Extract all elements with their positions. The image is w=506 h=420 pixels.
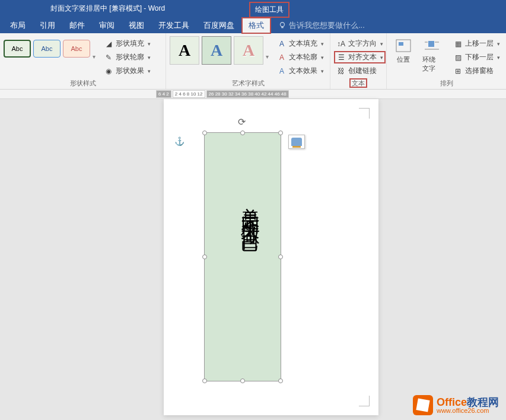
resize-handle[interactable]	[240, 378, 245, 383]
send-backward-icon: ▨	[453, 53, 463, 62]
align-text-button[interactable]: ☰对齐文本▾	[334, 51, 386, 63]
position-icon	[394, 37, 413, 54]
document-title: 封面文字竖排居中 [兼容模式] - Word	[50, 4, 165, 14]
group-label-text: 文本	[334, 78, 383, 89]
svg-point-0	[281, 22, 285, 26]
tab-mailings[interactable]: 邮件	[62, 17, 92, 34]
text-direction-button[interactable]: ↕A文字方向▾	[334, 37, 386, 50]
crop-mark-icon	[359, 108, 370, 119]
ruler-mid: 2 4 6 8 10 12	[173, 90, 205, 98]
ruler-left: 6 4 2	[156, 90, 171, 98]
watermark: Office教程网 www.office26.com	[413, 395, 499, 415]
position-button[interactable]: 位置	[390, 35, 416, 66]
shape-style-3[interactable]: Abc	[63, 40, 90, 58]
send-backward-button[interactable]: ▨下移一层▾	[451, 51, 502, 63]
textbox-content[interactable]: 美是回来做自己	[237, 192, 263, 225]
group-label-arrange: 排列	[390, 78, 502, 89]
text-fill-icon: A	[277, 39, 287, 49]
document-page[interactable]: ⚓ ⟳ 美是回来做自己	[164, 99, 378, 415]
create-link-button[interactable]: ⛓创建链接	[334, 65, 386, 77]
effects-icon: ◉	[104, 66, 113, 76]
resize-handle[interactable]	[278, 378, 283, 383]
selection-pane-icon: ⊞	[453, 66, 463, 76]
tell-me-search[interactable]: 告诉我您想要做什么...	[278, 20, 365, 31]
drawing-tools-context: 绘图工具	[249, 2, 289, 18]
resize-handle[interactable]	[240, 131, 245, 135]
tab-developer[interactable]: 开发工具	[151, 17, 196, 34]
svg-rect-1	[281, 26, 284, 28]
wrap-icon	[422, 37, 441, 54]
wordart-style-3[interactable]: A	[234, 36, 263, 65]
align-text-icon: ☰	[336, 53, 346, 62]
title-bar: 封面文字竖排居中 [兼容模式] - Word 绘图工具	[0, 0, 506, 17]
tab-format[interactable]: 格式	[241, 17, 271, 34]
layout-options-button[interactable]	[288, 135, 305, 149]
text-outline-icon: A	[277, 53, 287, 62]
text-effects-button[interactable]: A文本效果▾	[275, 65, 326, 77]
wrap-text-button[interactable]: 环绕文字	[419, 35, 445, 75]
resize-handle[interactable]	[202, 254, 207, 259]
ruler-right: 26 28 30 32 34 36 38 40 42 44 46 48	[206, 90, 289, 98]
group-text: ↕A文字方向▾ ☰对齐文本▾ ⛓创建链接 文本	[330, 33, 387, 89]
svg-rect-3	[399, 42, 403, 46]
group-arrange: 位置 环绕文字 ▦上移一层▾ ▨下移一层▾ ⊞选择窗格 排列	[387, 33, 506, 89]
text-direction-icon: ↕A	[336, 39, 346, 49]
wordart-style-2[interactable]: A	[202, 36, 231, 65]
tab-review[interactable]: 审阅	[92, 17, 122, 34]
bring-forward-button[interactable]: ▦上移一层▾	[451, 37, 502, 50]
watermark-url: www.office26.com	[437, 408, 499, 414]
crop-mark-icon	[359, 396, 370, 406]
text-fill-button[interactable]: A文本填充▾	[275, 37, 326, 50]
shape-style-1[interactable]: Abc	[4, 40, 31, 58]
text-box-shape[interactable]: ⟳ 美是回来做自己	[204, 132, 281, 381]
shape-style-2[interactable]: Abc	[33, 40, 61, 58]
resize-handle[interactable]	[202, 131, 207, 135]
group-label-wordart: 艺术字样式	[170, 78, 326, 89]
shape-effects-button[interactable]: ◉形状效果▾	[101, 65, 153, 77]
horizontal-ruler[interactable]: 6 4 2 2 4 6 8 10 12 26 28 30 32 34 36 38…	[0, 90, 506, 99]
ribbon: Abc Abc Abc ▾ ◢形状填充▾ ✎形状轮廓▾ ◉形状效果▾ 形状样式 …	[0, 33, 506, 90]
anchor-icon[interactable]: ⚓	[174, 136, 184, 146]
tab-baidu[interactable]: 百度网盘	[196, 17, 241, 34]
group-shape-styles: Abc Abc Abc ▾ ◢形状填充▾ ✎形状轮廓▾ ◉形状效果▾ 形状样式	[0, 33, 166, 89]
shape-fill-button[interactable]: ◢形状填充▾	[101, 37, 153, 50]
resize-handle[interactable]	[278, 131, 283, 135]
text-outline-button[interactable]: A文本轮廓▾	[275, 51, 326, 63]
watermark-logo-icon	[413, 395, 433, 415]
bring-forward-icon: ▦	[453, 39, 463, 49]
tab-references[interactable]: 引用	[33, 17, 62, 34]
paint-bucket-icon: ◢	[104, 39, 113, 49]
shape-outline-button[interactable]: ✎形状轮廓▾	[101, 51, 153, 63]
layout-options-icon	[291, 138, 302, 146]
gallery-more-icon[interactable]: ▾	[266, 53, 269, 60]
link-icon: ⛓	[336, 66, 346, 76]
selection-pane-button[interactable]: ⊞选择窗格	[451, 65, 502, 77]
gallery-more-icon[interactable]: ▾	[93, 53, 96, 60]
watermark-brand: Office教程网	[437, 397, 499, 408]
group-label-shape-styles: 形状样式	[4, 78, 162, 89]
ribbon-tabs: 布局 引用 邮件 审阅 视图 开发工具 百度网盘 格式 告诉我您想要做什么...	[0, 17, 506, 33]
rotate-handle-icon[interactable]: ⟳	[238, 116, 247, 126]
svg-rect-4	[428, 41, 434, 47]
tab-layout[interactable]: 布局	[3, 17, 33, 34]
wordart-style-1[interactable]: A	[170, 36, 199, 65]
tell-me-placeholder: 告诉我您想要做什么...	[289, 20, 365, 31]
lightbulb-icon	[278, 21, 287, 30]
resize-handle[interactable]	[202, 378, 207, 383]
pen-icon: ✎	[104, 53, 113, 62]
resize-handle[interactable]	[278, 254, 283, 259]
group-wordart-styles: A A A ▾ A文本填充▾ A文本轮廓▾ A文本效果▾ 艺术字样式	[166, 33, 330, 89]
tab-view[interactable]: 视图	[122, 17, 151, 34]
text-effects-icon: A	[277, 66, 287, 76]
